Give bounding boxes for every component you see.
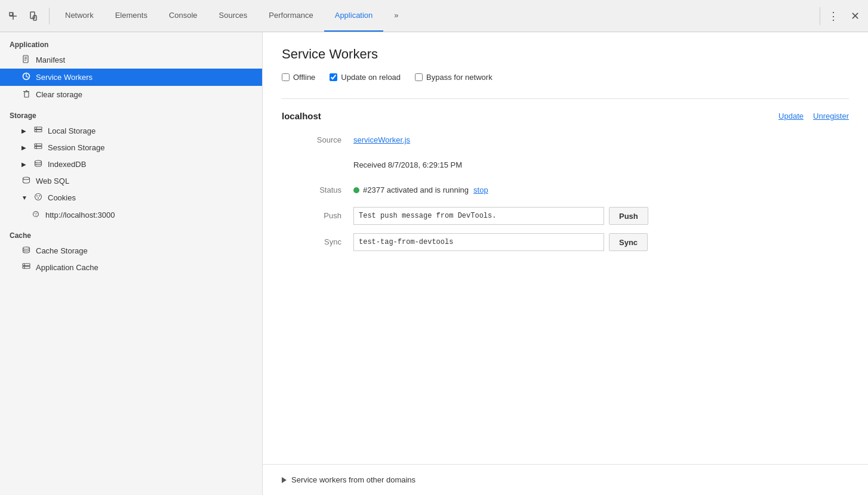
sidebar-item-service-workers-label: Service Workers: [36, 73, 93, 82]
sync-label: Sync: [282, 233, 353, 251]
update-on-reload-checkbox[interactable]: [330, 73, 337, 81]
cookies-localhost-icon: [31, 210, 41, 219]
svg-point-30: [23, 247, 30, 249]
tab-network[interactable]: Network: [54, 0, 104, 32]
sidebar-item-application-cache-label: Application Cache: [36, 263, 99, 272]
sidebar-item-cookies-localhost[interactable]: http://localhost:3000: [0, 206, 262, 223]
svg-rect-0: [10, 13, 13, 16]
sidebar-item-session-storage-label: Session Storage: [48, 143, 104, 152]
sidebar-item-manifest[interactable]: Manifest: [0, 51, 262, 69]
web-sql-icon: [21, 176, 31, 185]
push-row: Push: [353, 207, 849, 225]
push-button[interactable]: Push: [609, 207, 648, 225]
bypass-for-network-option[interactable]: Bypass for network: [415, 73, 493, 82]
session-storage-expand-icon: ▶: [21, 144, 29, 151]
inspect-element-button[interactable]: [5, 8, 21, 24]
content-area: Service Workers Offline Update on reload…: [263, 32, 868, 495]
tab-elements[interactable]: Elements: [104, 0, 158, 32]
sync-button[interactable]: Sync: [609, 233, 648, 251]
tab-sources[interactable]: Sources: [208, 0, 258, 32]
source-link[interactable]: serviceWorker.js: [353, 135, 410, 144]
service-workers-icon: [21, 72, 31, 82]
svg-rect-18: [35, 147, 42, 149]
cache-storage-icon: [21, 246, 31, 255]
sidebar-section-application: Application: [0, 32, 262, 51]
offline-checkbox[interactable]: [282, 73, 290, 81]
status-dot: [353, 187, 359, 193]
unregister-link[interactable]: Unregister: [813, 112, 849, 120]
svg-rect-32: [23, 267, 30, 269]
manifest-icon: [21, 55, 31, 65]
sw-entry: localhost Update Unregister Source servi…: [282, 98, 849, 251]
sidebar-item-web-sql[interactable]: Web SQL: [0, 172, 262, 189]
sidebar-item-indexeddb-label: IndexedDB: [48, 160, 86, 169]
toolbar-devtools-icons: [5, 8, 50, 24]
cookies-icon: [33, 193, 43, 203]
stop-link[interactable]: stop: [473, 182, 488, 199]
cookies-expand-icon: ▼: [21, 194, 29, 201]
svg-point-29: [35, 215, 36, 216]
device-toolbar-button[interactable]: [25, 8, 42, 24]
tab-more[interactable]: »: [383, 0, 409, 32]
sidebar-item-cookies-localhost-label: http://localhost:3000: [45, 211, 115, 219]
svg-point-21: [23, 177, 30, 180]
sw-entry-header: localhost Update Unregister: [282, 111, 849, 121]
svg-point-24: [39, 196, 40, 197]
local-storage-expand-icon: ▶: [21, 128, 29, 134]
svg-point-5: [32, 17, 33, 18]
sidebar-item-local-storage[interactable]: ▶ Local Storage: [0, 122, 262, 139]
sidebar-section-cache: Cache: [0, 223, 262, 242]
page-title: Service Workers: [282, 47, 849, 62]
sidebar-item-cookies-label: Cookies: [48, 193, 76, 202]
push-label: Push: [282, 207, 353, 225]
sidebar-item-indexeddb[interactable]: ▶ IndexedDB: [0, 156, 262, 172]
tab-application[interactable]: Application: [324, 0, 384, 32]
sync-input[interactable]: [353, 233, 604, 251]
update-on-reload-label: Update on reload: [341, 73, 401, 82]
offline-label: Offline: [293, 73, 315, 82]
update-on-reload-option[interactable]: Update on reload: [330, 73, 401, 82]
bypass-for-network-checkbox[interactable]: [415, 73, 423, 81]
svg-rect-17: [35, 144, 42, 146]
more-options-button[interactable]: ⋮: [825, 8, 842, 24]
toolbar-right: ⋮ ✕: [820, 7, 863, 25]
other-domains-row[interactable]: Service workers from other domains: [282, 475, 849, 484]
received-label: [282, 157, 353, 174]
received-value: Received 8/7/2018, 6:29:15 PM: [353, 157, 849, 174]
svg-rect-11: [24, 92, 29, 97]
session-storage-icon: [33, 143, 43, 152]
other-domains-label: Service workers from other domains: [291, 475, 415, 484]
svg-rect-31: [23, 264, 30, 266]
toolbar: Network Elements Console Sources Perform…: [0, 0, 868, 32]
svg-rect-15: [35, 130, 42, 132]
status-text: #2377 activated and is running: [363, 182, 469, 199]
sidebar-item-local-storage-label: Local Storage: [48, 126, 96, 135]
clear-storage-icon: [21, 89, 31, 100]
svg-point-20: [35, 160, 42, 163]
sidebar-item-session-storage[interactable]: ▶ Session Storage: [0, 139, 262, 156]
offline-option[interactable]: Offline: [282, 73, 315, 82]
content-main: Service Workers Offline Update on reload…: [263, 32, 868, 464]
push-input[interactable]: [353, 207, 604, 225]
tab-console[interactable]: Console: [158, 0, 208, 32]
close-devtools-button[interactable]: ✕: [847, 8, 863, 24]
toolbar-tabs: Network Elements Console Sources Perform…: [54, 0, 820, 32]
update-link[interactable]: Update: [778, 112, 804, 120]
sidebar-item-web-sql-label: Web SQL: [36, 177, 69, 185]
options-bar: Offline Update on reload Bypass for netw…: [282, 73, 849, 82]
svg-point-26: [33, 212, 39, 217]
tab-performance[interactable]: Performance: [258, 0, 324, 32]
status-value: #2377 activated and is running stop: [353, 182, 849, 199]
svg-point-28: [36, 213, 38, 214]
indexeddb-expand-icon: ▶: [21, 161, 29, 168]
sidebar-item-clear-storage-label: Clear storage: [36, 90, 82, 99]
bypass-for-network-label: Bypass for network: [426, 73, 493, 82]
sidebar-item-cookies[interactable]: ▼ Cookies: [0, 189, 262, 206]
sidebar-item-service-workers[interactable]: Service Workers: [0, 69, 262, 86]
sync-row: Sync: [353, 233, 849, 251]
sidebar-item-application-cache[interactable]: Application Cache: [0, 259, 262, 276]
sidebar-item-manifest-label: Manifest: [36, 55, 65, 64]
sidebar-item-cache-storage[interactable]: Cache Storage: [0, 242, 262, 259]
sidebar-item-clear-storage[interactable]: Clear storage: [0, 86, 262, 103]
svg-point-27: [35, 213, 36, 214]
